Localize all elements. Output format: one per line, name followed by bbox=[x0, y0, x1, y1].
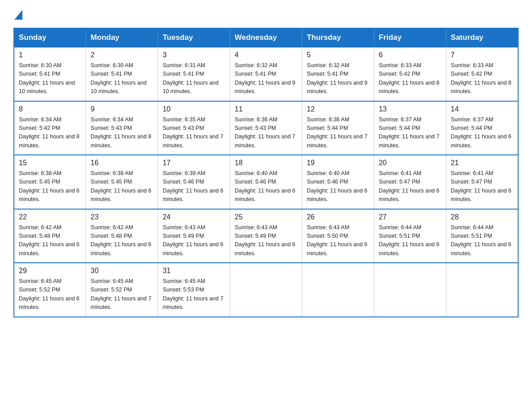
calendar-cell bbox=[302, 263, 374, 317]
day-info: Sunrise: 6:45 AMSunset: 5:52 PMDaylight:… bbox=[19, 277, 81, 312]
logo-triangle-icon bbox=[14, 10, 22, 20]
day-info: Sunrise: 6:36 AMSunset: 5:44 PMDaylight:… bbox=[307, 116, 369, 150]
day-info: Sunrise: 6:42 AMSunset: 5:48 PMDaylight:… bbox=[90, 223, 153, 258]
weekday-header-thursday: Thursday bbox=[302, 28, 374, 47]
calendar-cell: 12 Sunrise: 6:36 AMSunset: 5:44 PMDaylig… bbox=[302, 101, 374, 155]
day-number: 1 bbox=[19, 51, 81, 59]
svg-marker-0 bbox=[14, 10, 22, 20]
weekday-header-wednesday: Wednesday bbox=[230, 28, 302, 47]
day-number: 7 bbox=[451, 51, 513, 59]
day-number: 15 bbox=[19, 159, 81, 167]
calendar-cell: 17 Sunrise: 6:39 AMSunset: 5:46 PMDaylig… bbox=[158, 155, 230, 209]
day-number: 14 bbox=[451, 105, 513, 113]
logo bbox=[13, 9, 22, 20]
calendar-cell: 13 Sunrise: 6:37 AMSunset: 5:44 PMDaylig… bbox=[374, 101, 446, 155]
day-number: 11 bbox=[235, 105, 297, 113]
calendar-week-row: 15 Sunrise: 6:38 AMSunset: 5:45 PMDaylig… bbox=[14, 155, 518, 209]
calendar-cell bbox=[446, 263, 518, 317]
calendar-cell: 14 Sunrise: 6:37 AMSunset: 5:44 PMDaylig… bbox=[446, 101, 518, 155]
calendar-table: SundayMondayTuesdayWednesdayThursdayFrid… bbox=[13, 28, 519, 317]
calendar-cell: 26 Sunrise: 6:43 AMSunset: 5:50 PMDaylig… bbox=[302, 209, 374, 263]
calendar-cell: 21 Sunrise: 6:41 AMSunset: 5:47 PMDaylig… bbox=[446, 155, 518, 209]
day-number: 26 bbox=[307, 213, 369, 221]
day-info: Sunrise: 6:37 AMSunset: 5:44 PMDaylight:… bbox=[451, 116, 513, 150]
day-info: Sunrise: 6:43 AMSunset: 5:49 PMDaylight:… bbox=[235, 223, 297, 258]
calendar-cell: 6 Sunrise: 6:33 AMSunset: 5:42 PMDayligh… bbox=[374, 47, 446, 101]
calendar-cell: 25 Sunrise: 6:43 AMSunset: 5:49 PMDaylig… bbox=[230, 209, 302, 263]
calendar-cell: 1 Sunrise: 6:30 AMSunset: 5:41 PMDayligh… bbox=[14, 47, 86, 101]
calendar-cell: 9 Sunrise: 6:34 AMSunset: 5:43 PMDayligh… bbox=[86, 101, 158, 155]
page-header bbox=[13, 9, 519, 20]
day-number: 29 bbox=[19, 267, 81, 275]
day-number: 17 bbox=[163, 159, 225, 167]
weekday-header-saturday: Saturday bbox=[446, 28, 518, 47]
day-info: Sunrise: 6:42 AMSunset: 5:48 PMDaylight:… bbox=[19, 223, 81, 258]
calendar-cell: 7 Sunrise: 6:33 AMSunset: 5:42 PMDayligh… bbox=[446, 47, 518, 101]
day-info: Sunrise: 6:39 AMSunset: 5:46 PMDaylight:… bbox=[163, 169, 225, 204]
day-number: 13 bbox=[379, 105, 442, 113]
calendar-cell: 30 Sunrise: 6:45 AMSunset: 5:52 PMDaylig… bbox=[86, 263, 158, 317]
calendar-cell: 16 Sunrise: 6:38 AMSunset: 5:45 PMDaylig… bbox=[86, 155, 158, 209]
calendar-cell: 2 Sunrise: 6:30 AMSunset: 5:41 PMDayligh… bbox=[86, 47, 158, 101]
day-number: 22 bbox=[19, 213, 81, 221]
calendar-header: SundayMondayTuesdayWednesdayThursdayFrid… bbox=[14, 28, 518, 47]
day-info: Sunrise: 6:41 AMSunset: 5:47 PMDaylight:… bbox=[379, 169, 442, 204]
calendar-cell: 29 Sunrise: 6:45 AMSunset: 5:52 PMDaylig… bbox=[14, 263, 86, 317]
day-info: Sunrise: 6:31 AMSunset: 5:41 PMDaylight:… bbox=[163, 61, 225, 96]
day-number: 24 bbox=[163, 213, 225, 221]
day-info: Sunrise: 6:41 AMSunset: 5:47 PMDaylight:… bbox=[451, 169, 513, 204]
calendar-cell: 28 Sunrise: 6:44 AMSunset: 5:51 PMDaylig… bbox=[446, 209, 518, 263]
day-info: Sunrise: 6:33 AMSunset: 5:42 PMDaylight:… bbox=[379, 61, 442, 96]
day-number: 6 bbox=[379, 51, 442, 59]
day-info: Sunrise: 6:43 AMSunset: 5:49 PMDaylight:… bbox=[163, 223, 225, 258]
calendar-cell: 31 Sunrise: 6:45 AMSunset: 5:53 PMDaylig… bbox=[158, 263, 230, 317]
calendar-cell: 15 Sunrise: 6:38 AMSunset: 5:45 PMDaylig… bbox=[14, 155, 86, 209]
calendar-cell: 8 Sunrise: 6:34 AMSunset: 5:42 PMDayligh… bbox=[14, 101, 86, 155]
day-info: Sunrise: 6:45 AMSunset: 5:53 PMDaylight:… bbox=[163, 277, 225, 312]
weekday-header-friday: Friday bbox=[374, 28, 446, 47]
day-number: 25 bbox=[235, 213, 297, 221]
day-info: Sunrise: 6:40 AMSunset: 5:46 PMDaylight:… bbox=[235, 169, 297, 204]
day-number: 3 bbox=[163, 51, 225, 59]
day-info: Sunrise: 6:38 AMSunset: 5:45 PMDaylight:… bbox=[19, 169, 81, 204]
calendar-cell: 27 Sunrise: 6:44 AMSunset: 5:51 PMDaylig… bbox=[374, 209, 446, 263]
day-number: 27 bbox=[379, 213, 442, 221]
day-info: Sunrise: 6:32 AMSunset: 5:41 PMDaylight:… bbox=[235, 61, 297, 96]
day-number: 16 bbox=[90, 159, 153, 167]
day-info: Sunrise: 6:37 AMSunset: 5:44 PMDaylight:… bbox=[379, 116, 442, 150]
calendar-body: 1 Sunrise: 6:30 AMSunset: 5:41 PMDayligh… bbox=[14, 47, 518, 317]
weekday-header-sunday: Sunday bbox=[14, 28, 86, 47]
calendar-cell: 5 Sunrise: 6:32 AMSunset: 5:41 PMDayligh… bbox=[302, 47, 374, 101]
day-info: Sunrise: 6:32 AMSunset: 5:41 PMDaylight:… bbox=[307, 61, 369, 96]
day-info: Sunrise: 6:38 AMSunset: 5:45 PMDaylight:… bbox=[90, 169, 153, 204]
weekday-header-monday: Monday bbox=[86, 28, 158, 47]
calendar-week-row: 1 Sunrise: 6:30 AMSunset: 5:41 PMDayligh… bbox=[14, 47, 518, 101]
day-info: Sunrise: 6:34 AMSunset: 5:42 PMDaylight:… bbox=[19, 116, 81, 150]
day-number: 8 bbox=[19, 105, 81, 113]
day-number: 12 bbox=[307, 105, 369, 113]
day-info: Sunrise: 6:36 AMSunset: 5:43 PMDaylight:… bbox=[235, 116, 297, 150]
day-info: Sunrise: 6:30 AMSunset: 5:41 PMDaylight:… bbox=[90, 61, 153, 96]
day-number: 28 bbox=[451, 213, 513, 221]
weekday-header-tuesday: Tuesday bbox=[158, 28, 230, 47]
day-info: Sunrise: 6:35 AMSunset: 5:43 PMDaylight:… bbox=[163, 116, 225, 150]
calendar-week-row: 8 Sunrise: 6:34 AMSunset: 5:42 PMDayligh… bbox=[14, 101, 518, 155]
calendar-cell bbox=[230, 263, 302, 317]
calendar-cell bbox=[374, 263, 446, 317]
calendar-cell: 22 Sunrise: 6:42 AMSunset: 5:48 PMDaylig… bbox=[14, 209, 86, 263]
day-number: 31 bbox=[163, 267, 225, 275]
calendar-cell: 11 Sunrise: 6:36 AMSunset: 5:43 PMDaylig… bbox=[230, 101, 302, 155]
day-number: 19 bbox=[307, 159, 369, 167]
day-info: Sunrise: 6:33 AMSunset: 5:42 PMDaylight:… bbox=[451, 61, 513, 96]
day-info: Sunrise: 6:43 AMSunset: 5:50 PMDaylight:… bbox=[307, 223, 369, 258]
calendar-week-row: 22 Sunrise: 6:42 AMSunset: 5:48 PMDaylig… bbox=[14, 209, 518, 263]
day-number: 18 bbox=[235, 159, 297, 167]
day-info: Sunrise: 6:40 AMSunset: 5:46 PMDaylight:… bbox=[307, 169, 369, 204]
day-number: 21 bbox=[451, 159, 513, 167]
calendar-cell: 24 Sunrise: 6:43 AMSunset: 5:49 PMDaylig… bbox=[158, 209, 230, 263]
calendar-week-row: 29 Sunrise: 6:45 AMSunset: 5:52 PMDaylig… bbox=[14, 263, 518, 317]
weekday-header-row: SundayMondayTuesdayWednesdayThursdayFrid… bbox=[14, 28, 518, 47]
day-info: Sunrise: 6:30 AMSunset: 5:41 PMDaylight:… bbox=[19, 61, 81, 96]
calendar-cell: 23 Sunrise: 6:42 AMSunset: 5:48 PMDaylig… bbox=[86, 209, 158, 263]
day-info: Sunrise: 6:34 AMSunset: 5:43 PMDaylight:… bbox=[90, 116, 153, 150]
